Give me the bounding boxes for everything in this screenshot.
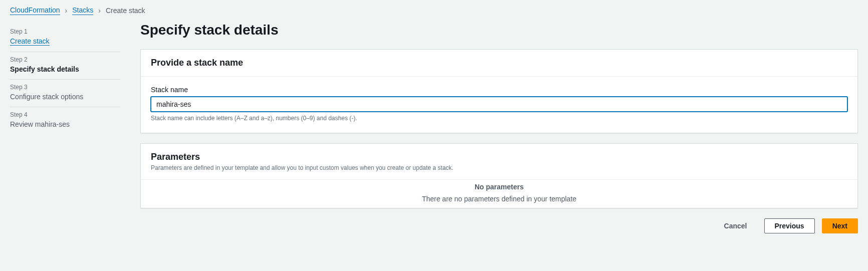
panel-heading: Parameters bbox=[151, 152, 847, 162]
wizard-sidebar: Step 1 Create stack Step 2 Specify stack… bbox=[10, 24, 120, 233]
no-parameters-title: No parameters bbox=[141, 183, 857, 191]
stack-name-panel: Provide a stack name Stack name Stack na… bbox=[140, 49, 858, 133]
step-title[interactable]: Create stack bbox=[10, 37, 50, 46]
chevron-right-icon: › bbox=[65, 7, 68, 15]
breadcrumb: CloudFormation › Stacks › Create stack bbox=[10, 6, 858, 15]
previous-button[interactable]: Previous bbox=[764, 218, 815, 233]
breadcrumb-current: Create stack bbox=[106, 7, 145, 15]
step-title: Specify stack details bbox=[10, 65, 120, 73]
chevron-right-icon: › bbox=[98, 7, 101, 15]
breadcrumb-link-stacks[interactable]: Stacks bbox=[72, 6, 93, 15]
parameters-panel: Parameters Parameters are defined in you… bbox=[140, 143, 858, 208]
step-label: Step 1 bbox=[10, 28, 120, 35]
next-button[interactable]: Next bbox=[822, 218, 858, 233]
step-label: Step 2 bbox=[10, 56, 120, 63]
page-title: Specify stack details bbox=[140, 22, 858, 38]
no-parameters-desc: There are no parameters defined in your … bbox=[141, 195, 857, 203]
cancel-button[interactable]: Cancel bbox=[714, 219, 757, 233]
breadcrumb-link-cloudformation[interactable]: CloudFormation bbox=[10, 6, 60, 15]
step-label: Step 3 bbox=[10, 84, 120, 91]
panel-description: Parameters are defined in your template … bbox=[151, 164, 847, 171]
stack-name-input[interactable] bbox=[151, 97, 847, 112]
sidebar-step-4: Step 4 Review mahira-ses bbox=[10, 107, 120, 134]
stack-name-label: Stack name bbox=[151, 86, 847, 94]
sidebar-step-1[interactable]: Step 1 Create stack bbox=[10, 24, 120, 52]
step-label: Step 4 bbox=[10, 111, 120, 118]
step-title: Configure stack options bbox=[10, 93, 120, 101]
sidebar-step-3: Step 3 Configure stack options bbox=[10, 80, 120, 107]
panel-heading: Provide a stack name bbox=[151, 58, 847, 68]
step-title: Review mahira-ses bbox=[10, 120, 120, 128]
sidebar-step-2: Step 2 Specify stack details bbox=[10, 52, 120, 80]
wizard-actions: Cancel Previous Next bbox=[140, 218, 858, 233]
stack-name-hint: Stack name can include letters (A–Z and … bbox=[151, 115, 847, 122]
